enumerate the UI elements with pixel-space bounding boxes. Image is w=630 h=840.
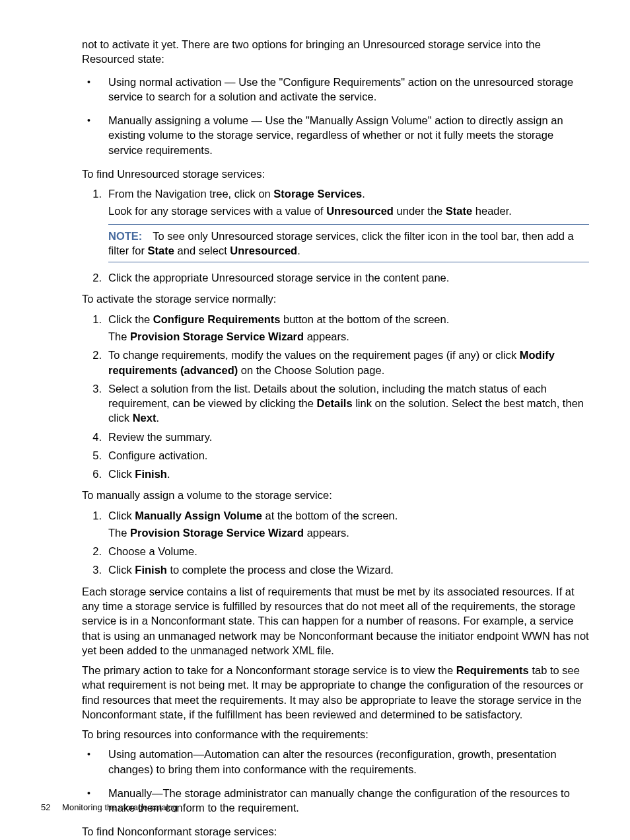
paragraph: Each storage service contains a list of … [82,584,589,658]
step-subtext: The Provision Storage Service Wizard app… [108,525,589,540]
activate-intro: To activate the storage service normally… [82,291,589,306]
find-intro: To find Unresourced storage services: [82,167,589,181]
list-item: Manually assigning a volume — Use the "M… [108,113,589,157]
nonconf-intro: To find Nonconformant storage services: [82,824,589,839]
conform-intro: To bring resources into conformance with… [82,727,589,742]
page-content: not to activate it yet. There are two op… [0,0,630,839]
step-item: Select a solution from the list. Details… [108,381,589,426]
step-item: From the Navigation tree, click on Stora… [108,186,589,262]
note-label: NOTE: [108,230,142,242]
find-steps: From the Navigation tree, click on Stora… [82,186,589,285]
activate-steps: Click the Configure Requirements button … [82,312,589,482]
step-item: Click the appropriate Unresourced storag… [108,270,589,285]
step-item: Click Manually Assign Volume at the bott… [108,508,589,541]
step-subtext: The Provision Storage Service Wizard app… [108,329,589,344]
page-footer: 52 Monitoring the storage catalog [41,802,178,814]
manual-steps: Click Manually Assign Volume at the bott… [82,508,589,578]
page-number: 52 [41,802,50,812]
step-item: Review the summary. [108,430,589,444]
step-item: Click Finish to complete the process and… [108,562,589,577]
step-item: Click the Configure Requirements button … [108,312,589,344]
step-text: From the Navigation tree, click on Stora… [108,188,365,200]
list-item: Using normal activation — Use the "Confi… [108,75,589,104]
footer-title: Monitoring the storage catalog [62,802,178,812]
intro-paragraph: not to activate it yet. There are two op… [82,37,589,67]
note-box: NOTE:To see only Unresourced storage ser… [108,224,589,263]
step-subtext: Look for any storage services with a val… [108,204,589,218]
options-list: Using normal activation — Use the "Confi… [82,75,589,157]
manual-intro: To manually assign a volume to the stora… [82,488,589,502]
step-item: Configure activation. [108,448,589,463]
list-item: Using automation—Automation can alter th… [108,747,589,777]
step-item: Choose a Volume. [108,544,589,558]
step-item: To change requirements, modify the value… [108,348,589,377]
list-item: Manually—The storage administrator can m… [108,786,589,816]
paragraph: The primary action to take for a Nonconf… [82,663,589,722]
step-item: Click Finish. [108,467,589,481]
